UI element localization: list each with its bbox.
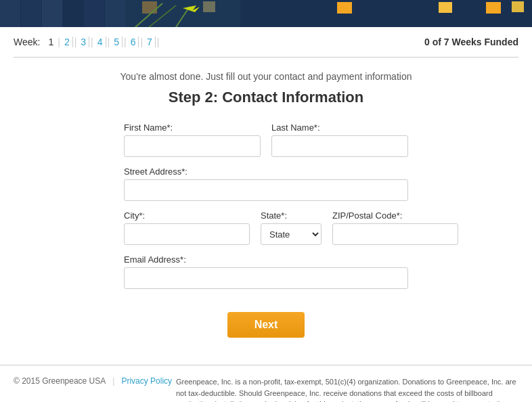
zip-group: ZIP/Postal Code*: — [332, 210, 458, 245]
email-label: Email Address*: — [124, 254, 408, 265]
last-name-label: Last Name*: — [271, 122, 408, 133]
zip-label: ZIP/Postal Code*: — [332, 210, 458, 221]
city-label: City*: — [124, 210, 250, 221]
footer-left: © 2015 Greenpeace USA | Privacy Policy — [14, 376, 149, 386]
city-state-zip-row: City*: State*: State ALAKAZAR CACOCTDE F… — [124, 210, 408, 245]
city-input[interactable] — [124, 223, 250, 245]
state-select[interactable]: State ALAKAZAR CACOCTDE FLGAHIID ILINIAK… — [261, 223, 322, 245]
week-link-5[interactable]: 5 — [111, 37, 123, 47]
state-group: State*: State ALAKAZAR CACOCTDE FLGAHIID… — [261, 210, 322, 245]
svg-rect-3 — [42, 0, 62, 27]
footer-legal: Greenpeace, Inc. is a non-profit, tax-ex… — [176, 376, 518, 402]
last-name-group: Last Name*: — [271, 122, 408, 157]
footer-divider: | — [112, 376, 114, 386]
svg-rect-14 — [105, 0, 240, 27]
last-name-input[interactable] — [271, 135, 408, 157]
footer: © 2015 Greenpeace USA | Privacy Policy G… — [0, 365, 532, 402]
copyright-text: © 2015 Greenpeace USA — [14, 376, 106, 386]
week-link-7[interactable]: 7 — [144, 37, 156, 47]
name-row: First Name*: Last Name*: — [124, 122, 408, 157]
svg-rect-13 — [512, 1, 524, 12]
weeks-funded: 0 of 7 Weeks Funded — [424, 37, 518, 47]
main-content: You're almost done. Just fill out your c… — [0, 58, 532, 338]
street-address-group: Street Address*: — [124, 166, 408, 201]
form-subtitle: You're almost done. Just fill out your c… — [14, 71, 518, 82]
street-row: Street Address*: — [124, 166, 408, 201]
week-link-3[interactable]: 3 — [78, 37, 89, 47]
svg-rect-4 — [63, 0, 83, 27]
privacy-policy-link[interactable]: Privacy Policy — [121, 376, 172, 386]
header-banner — [0, 0, 532, 27]
state-label: State*: — [261, 210, 322, 221]
email-group: Email Address*: — [124, 254, 408, 289]
street-address-input[interactable] — [124, 179, 408, 201]
svg-rect-2 — [21, 0, 41, 27]
first-name-group: First Name*: — [124, 122, 261, 157]
week-navigation: Week: 1 | 2 | 3 | 4 | 5 | 6 | 7 | 0 of 7… — [0, 27, 532, 57]
svg-rect-5 — [84, 0, 104, 27]
zip-input[interactable] — [332, 223, 458, 245]
next-button[interactable]: Next — [227, 312, 305, 338]
svg-rect-11 — [439, 2, 452, 13]
street-address-label: Street Address*: — [124, 166, 408, 177]
step-title: Step 2: Contact Information — [14, 89, 518, 106]
week-link-6[interactable]: 6 — [128, 37, 139, 47]
week-label: Week: — [14, 37, 40, 47]
week-link-4[interactable]: 4 — [95, 37, 106, 47]
contact-form: First Name*: Last Name*: Street Address*… — [124, 122, 408, 298]
week-links: 1 | 2 | 3 | 4 | 5 | 6 | 7 | — [45, 37, 160, 47]
email-input[interactable] — [124, 267, 408, 289]
svg-rect-12 — [486, 2, 501, 14]
week-link-2[interactable]: 2 — [62, 37, 73, 47]
first-name-input[interactable] — [124, 135, 261, 157]
week-1: 1 — [45, 37, 56, 47]
svg-rect-1 — [0, 0, 20, 27]
first-name-label: First Name*: — [124, 122, 261, 133]
city-group: City*: — [124, 210, 250, 245]
svg-rect-10 — [337, 2, 352, 14]
email-row: Email Address*: — [124, 254, 408, 289]
